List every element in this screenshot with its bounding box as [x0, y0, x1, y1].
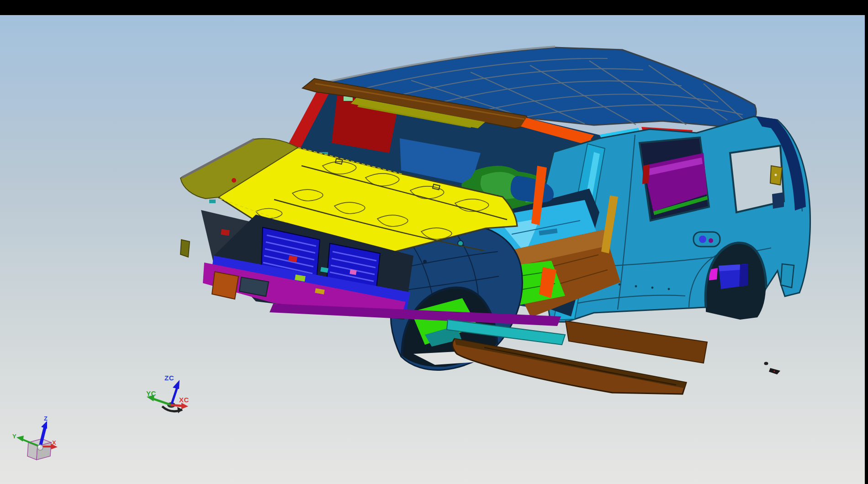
- small-part-dot[interactable]: [764, 362, 768, 365]
- rear-door-window[interactable]: [640, 137, 709, 221]
- left-fender-teal-bit: [209, 200, 216, 203]
- acs-y-axis[interactable]: Y: [12, 433, 40, 447]
- left-fender-red-dot: [232, 178, 236, 183]
- car-model[interactable]: [180, 47, 810, 394]
- top-letterbox-bar: [0, 0, 868, 15]
- acs-origin-ball[interactable]: [37, 445, 43, 450]
- absolute-csys-triad[interactable]: Z Y X: [12, 415, 58, 460]
- door-handle-pocket[interactable]: [693, 232, 720, 247]
- acs-y-label: Y: [12, 433, 16, 440]
- mud-flap-bracket[interactable]: [781, 264, 794, 288]
- wcs-y-label: YC: [146, 389, 156, 397]
- wcs-x-label: XC: [179, 396, 189, 404]
- right-letterbox-bar: [865, 0, 868, 484]
- loose-parts[interactable]: [764, 362, 781, 375]
- bumper-corner-orange[interactable]: [212, 272, 238, 299]
- acs-z-label: Z: [44, 415, 48, 422]
- wcs-y-axis[interactable]: YC: [146, 389, 171, 405]
- underbody-assembly[interactable]: [447, 320, 707, 394]
- acs-x-label: X: [52, 439, 56, 446]
- rad-support-red: [221, 229, 229, 236]
- arch-box-shadow: [739, 264, 748, 287]
- rear-sill-brown[interactable]: [566, 321, 707, 363]
- wcs-z-axis[interactable]: ZC: [164, 374, 180, 405]
- wcs-z-label: ZC: [164, 374, 174, 382]
- graphics-window[interactable]: ZC YC XC Z Y: [0, 15, 865, 484]
- window-bracket: [772, 192, 784, 209]
- acs-origin-ball-highlight: [38, 446, 40, 447]
- window-red-bit: [642, 164, 650, 184]
- left-fender-tab[interactable]: [180, 240, 190, 257]
- scene-svg: ZC YC XC Z Y: [0, 15, 865, 484]
- wcs-triad[interactable]: ZC YC XC: [146, 374, 189, 413]
- quarter-window[interactable]: [730, 146, 784, 212]
